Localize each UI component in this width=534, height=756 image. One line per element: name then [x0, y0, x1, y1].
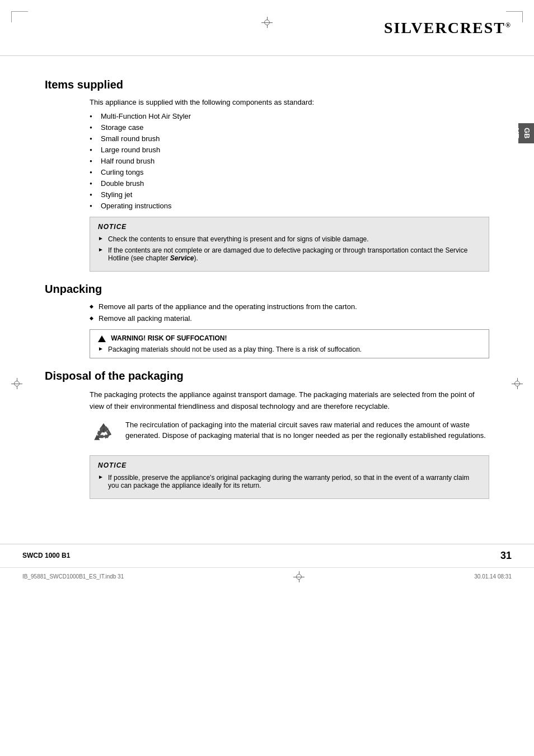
list-item: Operating instructions [90, 202, 489, 210]
warning-title: WARNING! RISK OF SUFFOCATION! [98, 334, 481, 342]
footer-model: SWCD 1000 B1 [22, 552, 70, 559]
corner-mark-tl [11, 11, 28, 22]
items-supplied-intro: This appliance is supplied with the foll… [90, 98, 489, 106]
crosshair-left [11, 378, 22, 389]
notice-item-1: Check the contents to ensure that everyt… [98, 235, 481, 243]
footer-date: 30.01.14 08:31 [474, 573, 512, 580]
disposal-section: Disposal of the packaging The packaging … [45, 370, 489, 499]
page: SilverCrest® GB MT Items supplied This a… [0, 0, 534, 756]
brand-name: SilverCrest [384, 19, 505, 36]
list-item: Remove all parts of the appliance and th… [90, 302, 489, 311]
disposal-title: Disposal of the packaging [45, 370, 489, 382]
recycle-icon: ♻ [90, 419, 118, 447]
disposal-para2: The recirculation of packaging into the … [125, 419, 489, 441]
svg-text:♻: ♻ [96, 423, 112, 443]
warning-triangle-icon [98, 335, 106, 342]
unpacking-list: Remove all parts of the appliance and th… [90, 302, 489, 323]
list-item: Small round brush [90, 134, 489, 143]
warning-box: WARNING! RISK OF SUFFOCATION! Packaging … [90, 329, 489, 358]
page-footer: SWCD 1000 B1 31 [0, 544, 534, 567]
main-content: Items supplied This appliance is supplie… [0, 56, 534, 533]
disposal-notice-item: If possible, preserve the appliance's or… [98, 474, 481, 489]
unpacking-title: Unpacking [45, 283, 489, 296]
disposal-notice: NOTICE If possible, preserve the applian… [90, 455, 489, 499]
footer-page-number: 31 [500, 550, 512, 562]
side-tab-lang2: MT [512, 128, 521, 138]
warning-item: Packaging materials should not be used a… [98, 346, 481, 353]
disposal-para1: The packaging protects the appliance aga… [90, 389, 489, 413]
disposal-notice-title: NOTICE [98, 461, 481, 469]
notice-item-2: If the contents are not complete or are … [98, 246, 481, 262]
footer-bottom: IB_95881_SWCD1000B1_ES_IT.indb 31 30.01.… [0, 567, 534, 586]
unpacking-section: Unpacking Remove all parts of the applia… [45, 283, 489, 358]
items-supplied-title: Items supplied [45, 78, 489, 91]
crosshair-top [261, 17, 273, 28]
side-tab-lang1: GB [523, 128, 531, 139]
notice-bold: Service [170, 254, 194, 262]
items-supplied-section: Items supplied This appliance is supplie… [45, 78, 489, 272]
list-item: Half round brush [90, 157, 489, 165]
footer-file: IB_95881_SWCD1000B1_ES_IT.indb 31 [22, 573, 124, 580]
brand-logo: SilverCrest® [384, 19, 512, 37]
list-item: Multi-Function Hot Air Styler [90, 112, 489, 120]
list-item: Remove all packing material. [90, 314, 489, 323]
side-tab: GB MT [518, 123, 534, 143]
list-item: Double brush [90, 179, 489, 188]
notice-title: NOTICE [98, 223, 481, 231]
list-item: Large round brush [90, 146, 489, 154]
corner-mark-tr [506, 11, 523, 22]
page-header: SilverCrest® [0, 0, 534, 56]
list-item: Storage case [90, 123, 489, 132]
items-supplied-list: Multi-Function Hot Air Styler Storage ca… [90, 112, 489, 210]
crosshair-bottom [293, 571, 305, 582]
crosshair-right [512, 378, 523, 389]
recycle-section: ♻ The recirculation of packaging into th… [90, 419, 489, 447]
items-supplied-notice: NOTICE Check the contents to ensure that… [90, 217, 489, 272]
list-item: Styling jet [90, 190, 489, 199]
list-item: Curling tongs [90, 168, 489, 176]
warning-title-text: WARNING! RISK OF SUFFOCATION! [111, 334, 227, 342]
